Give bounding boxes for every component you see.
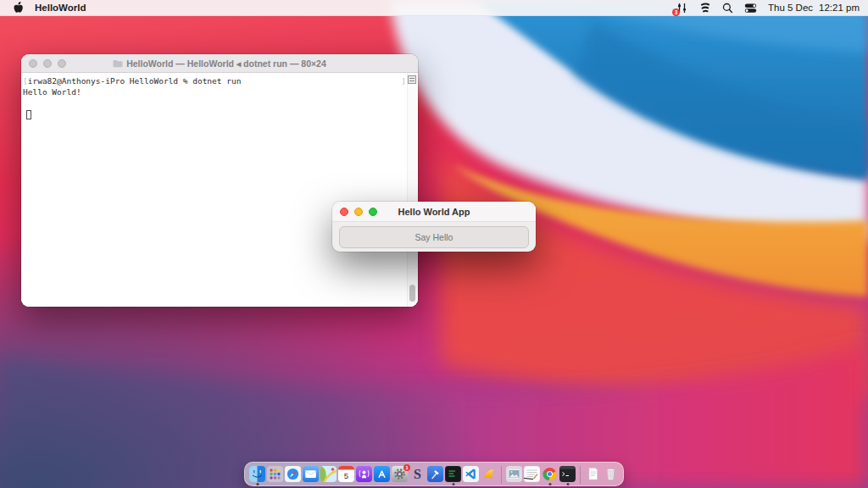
dock-icon-trash[interactable] — [603, 466, 619, 482]
say-hello-button[interactable]: Say Hello — [339, 226, 529, 248]
calendar-day-number: 5 — [344, 471, 348, 480]
dock-icon-app-store[interactable] — [374, 466, 390, 482]
dock-icon-terminal[interactable] — [559, 466, 576, 482]
dock-icon-launchpad[interactable] — [267, 466, 283, 482]
scrollbar-thumb[interactable] — [409, 285, 415, 302]
terminal-prompt-line: [irwa82@Anthonys-iPro HelloWorld % dotne… — [23, 75, 406, 86]
dock-separator — [580, 466, 581, 484]
terminal-content[interactable]: [irwa82@Anthonys-iPro HelloWorld % dotne… — [21, 73, 418, 307]
terminal-window-title: HelloWorld — HelloWorld ◂ dotnet run — 8… — [126, 58, 326, 69]
terminal-output-text: Hello World! — [23, 86, 81, 97]
swirl-icon[interactable] — [699, 2, 711, 14]
terminal-prompt-text: irwa82@Anthonys-iPro HelloWorld % dotnet… — [28, 75, 242, 86]
window-grid-icon[interactable] — [408, 75, 416, 84]
active-app-name[interactable]: HelloWorld — [35, 3, 86, 13]
terminal-title-bar[interactable]: HelloWorld — HelloWorld ◂ dotnet run — 8… — [21, 54, 418, 73]
dock-icon-finder[interactable] — [249, 466, 265, 482]
sliders-icon[interactable]: 3 — [676, 2, 688, 14]
running-indicator — [256, 483, 259, 485]
dock-icon-system-preferences[interactable]: 1 — [392, 466, 408, 482]
hello-app-title-bar[interactable]: Hello World App — [332, 202, 536, 222]
running-indicator — [566, 483, 569, 485]
dock: 5 1 S — [244, 462, 624, 486]
close-button[interactable] — [29, 59, 37, 68]
dock-icon-recent-document[interactable] — [585, 466, 601, 482]
dock-icon-yellow-app[interactable] — [481, 466, 497, 482]
dock-icon-hammer-app[interactable] — [427, 466, 443, 482]
menu-bar-clock[interactable]: Thu 5 Dec 12:21 pm — [768, 3, 860, 13]
dock-separator — [501, 466, 502, 484]
svg-text:S: S — [414, 467, 421, 481]
terminal-output-line: Hello World! — [23, 86, 406, 97]
dock-icon-safari[interactable] — [285, 466, 301, 482]
proxy-folder-icon — [113, 59, 123, 68]
dock-icon-screenshot-preview[interactable] — [506, 466, 522, 482]
minimize-button[interactable] — [43, 59, 52, 68]
dock-icon-maps[interactable] — [320, 466, 337, 482]
clock-date: Thu 5 Dec — [768, 3, 813, 13]
dock-icon-mail[interactable] — [303, 466, 319, 482]
dock-icon-vscode[interactable] — [463, 466, 479, 482]
minimize-button[interactable] — [354, 208, 363, 216]
terminal-scrollbar[interactable] — [407, 73, 418, 307]
search-icon[interactable] — [722, 3, 733, 14]
clock-time: 12:21 pm — [819, 3, 860, 13]
dock-icon-textedit[interactable] — [524, 466, 540, 482]
running-indicator — [548, 483, 551, 485]
menu-bar: HelloWorld 3 — [0, 0, 868, 16]
terminal-cursor — [26, 110, 31, 119]
hello-world-app-window: Hello World App Say Hello — [332, 202, 536, 252]
terminal-window: HelloWorld — HelloWorld ◂ dotnet run — 8… — [21, 54, 418, 307]
zoom-button[interactable] — [58, 59, 66, 68]
dock-icon-s-app[interactable]: S — [409, 466, 426, 482]
close-button[interactable] — [340, 208, 348, 216]
control-center-icon[interactable] — [744, 3, 757, 14]
dock-icon-helloworld-executable[interactable] — [445, 466, 461, 482]
running-indicator — [452, 483, 454, 485]
notification-badge: 3 — [672, 8, 680, 16]
dock-icon-chrome[interactable] — [542, 466, 558, 482]
zoom-button[interactable] — [369, 208, 377, 216]
terminal-mark-close: ] — [401, 75, 406, 86]
apple-menu-icon[interactable] — [12, 2, 23, 14]
dock-icon-calendar[interactable]: 5 — [338, 466, 354, 482]
dock-icon-podcasts[interactable] — [356, 466, 372, 482]
